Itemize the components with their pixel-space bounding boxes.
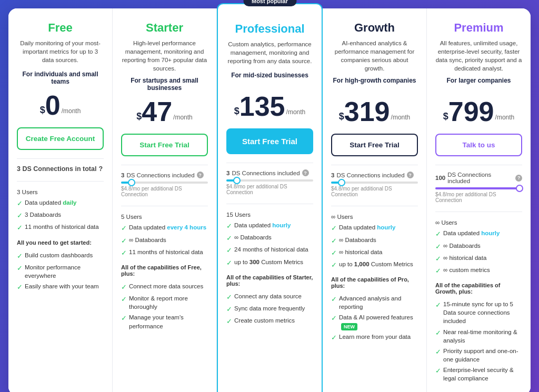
check-icon-cap-premium-0: ✓ [435, 300, 441, 310]
feature-check-professional-2: ✓ ∞ Databoards [226, 233, 313, 243]
cta-button-free[interactable]: Create Free Account [17, 127, 104, 150]
cap-item-growth-2: ✓ Learn more from your data [331, 333, 418, 343]
caps-title-professional: All of the capabilities of Starter, plus… [226, 274, 313, 287]
check-icon-starter-2: ✓ [121, 236, 127, 246]
connections-help-icon[interactable]: ? [98, 165, 103, 173]
plan-name-free: Free [17, 21, 104, 35]
feature-check-premium-3: ✓ ∞ historical data [435, 254, 522, 264]
connections-help-icon-starter[interactable]: ? [197, 172, 204, 178]
check-icon-cap-professional-2: ✓ [226, 317, 232, 326]
slider-track-professional[interactable] [226, 179, 313, 182]
feature-check-growth-4: ✓ up to 1,000 Custom Metrics [331, 260, 418, 270]
check-icon-growth-3: ✓ [331, 248, 337, 258]
connections-label-text-starter: DS Connections included [126, 172, 194, 178]
price-dollar-premium: $ [443, 111, 448, 125]
price-amount-professional: 135 [239, 93, 285, 120]
connections-section-premium: 100 DS Connections included ? $4.8/mo pe… [435, 172, 522, 203]
check-icon-cap-free-2: ✓ [17, 283, 23, 292]
connections-section-starter: 3 DS Connections included ? $4.8/mo per … [121, 172, 208, 197]
price-period-free: /month [62, 107, 81, 119]
feature-bullet-professional-0: 15 Users [226, 210, 313, 219]
feature-check-growth-1: ✓ Data updated hourly [331, 223, 418, 233]
plan-desc-growth: AI-enhanced analytics & performance mana… [331, 39, 418, 73]
cap-item-free-0: ✓ Build custom dashboards [17, 251, 104, 261]
price-amount-premium: 799 [448, 98, 494, 125]
check-icon-professional-1: ✓ [226, 222, 232, 231]
connections-section-professional: 3 DS Connections included ? $4.8/mo per … [226, 169, 313, 195]
caps-section-growth: ✓ Advanced analysis and reporting ✓ Data… [331, 294, 418, 343]
connections-label-text-professional: DS Connections included [232, 170, 300, 176]
cap-item-professional-0: ✓ Connect any data source [226, 292, 313, 302]
check-icon-growth-1: ✓ [331, 224, 337, 233]
check-icon-premium-3: ✓ [435, 254, 441, 264]
cta-button-professional[interactable]: Start Free Trial [226, 128, 313, 154]
check-icon-professional-3: ✓ [226, 246, 232, 255]
check-icon-premium-4: ✓ [435, 266, 441, 276]
divider2-free [17, 181, 104, 182]
price-amount-growth: 319 [344, 98, 390, 125]
slider-thumb-premium[interactable] [516, 185, 523, 192]
new-badge-growth-1: NEW [341, 323, 357, 331]
connections-help-icon-premium[interactable]: ? [515, 175, 522, 182]
connections-section-growth: 3 DS Connections included ? $4.8/mo per … [331, 172, 418, 197]
feature-check-free-3: ✓ 11 months of historical data [17, 223, 104, 233]
pricing-container: FreeDaily monitoring of your most-import… [8, 8, 531, 392]
check-icon-cap-growth-1: ✓ [331, 314, 337, 323]
slider-thumb-growth[interactable] [338, 179, 345, 186]
cta-button-starter[interactable]: Start Free Trial [121, 134, 208, 156]
caps-section-free: ✓ Build custom dashboards ✓ Monitor perf… [17, 251, 104, 293]
plan-col-starter: StarterHigh-level performance management… [113, 8, 217, 392]
plan-audience-free: For individuals and small teams [17, 71, 104, 85]
slider-thumb-professional[interactable] [233, 177, 241, 184]
price-row-premium: $ 799 /month [435, 98, 522, 125]
plan-desc-free: Daily monitoring of your most-important … [17, 39, 104, 66]
check-icon-premium-1: ✓ [435, 229, 441, 239]
connections-num-growth: 3 [331, 172, 334, 178]
feature-check-starter-3: ✓ 11 months of historical data [121, 248, 208, 258]
divider-free [17, 158, 104, 159]
feature-check-premium-1: ✓ Data updated hourly [435, 229, 522, 239]
features-section-premium: ∞ Users ✓ Data updated hourly ✓ ∞ Databo… [435, 218, 522, 276]
cap-item-premium-1: ✓ Near real-time monitoring & analysis [435, 328, 522, 345]
additional-cost-premium: $4.8/mo per additional DS Connection [435, 192, 522, 203]
plan-desc-professional: Custom analytics, performance management… [226, 40, 313, 67]
check-icon-cap-free-1: ✓ [17, 264, 23, 273]
check-icon-cap-free-0: ✓ [17, 252, 23, 261]
slider-track-premium[interactable] [435, 187, 522, 189]
cap-item-premium-2: ✓ Priority support and one-on-one guidan… [435, 347, 522, 364]
cap-item-growth-1: ✓ Data & AI powered featuresNEW [331, 313, 418, 330]
connections-num-premium: 100 [435, 175, 445, 181]
connections-label-text-growth: DS Connections included [336, 172, 404, 178]
price-period-starter: /month [173, 114, 193, 125]
check-icon-cap-starter-2: ✓ [121, 314, 127, 323]
check-icon-cap-starter-0: ✓ [121, 283, 127, 292]
divider2-growth [331, 206, 418, 206]
caps-section-premium: ✓ 15-minute sync for up to 5 Data source… [435, 300, 522, 383]
cap-item-professional-1: ✓ Sync data more frequently [226, 304, 313, 314]
features-section-growth: ∞ Users ✓ Data updated hourly ✓ ∞ Databo… [331, 213, 418, 270]
slider-track-starter[interactable] [121, 182, 208, 184]
most-popular-badge: Most popular [243, 0, 296, 6]
connections-num-starter: 3 [121, 172, 124, 178]
check-icon-professional-4: ✓ [226, 258, 232, 268]
cta-button-growth[interactable]: Start Free Trial [331, 134, 418, 156]
connections-help-icon-growth[interactable]: ? [407, 172, 414, 178]
divider-premium [435, 165, 522, 165]
cap-item-free-1: ✓ Monitor performance everywhere [17, 263, 104, 280]
slider-thumb-starter[interactable] [128, 179, 135, 186]
price-row-starter: $ 47 /month [121, 98, 208, 125]
connections-label-professional: 3 DS Connections included ? [226, 169, 313, 176]
check-icon-cap-growth-0: ✓ [331, 295, 337, 304]
check-icon-starter-1: ✓ [121, 224, 127, 233]
price-amount-starter: 47 [142, 98, 172, 125]
slider-track-growth[interactable] [331, 182, 418, 184]
feature-check-starter-1: ✓ Data updated every 4 hours [121, 223, 208, 233]
additional-cost-starter: $4.8/mo per additional DS Connection [121, 186, 208, 197]
connections-help-icon-professional[interactable]: ? [302, 169, 309, 176]
feature-check-professional-4: ✓ up to 300 Custom Metrics [226, 258, 313, 268]
connections-num-professional: 3 [226, 170, 229, 176]
cap-item-starter-1: ✓ Monitor & report more thoroughly [121, 294, 208, 311]
cta-button-premium[interactable]: Talk to us [435, 134, 522, 156]
plan-name-growth: Growth [331, 21, 418, 35]
caps-section-starter: ✓ Connect more data sources ✓ Monitor & … [121, 282, 208, 330]
